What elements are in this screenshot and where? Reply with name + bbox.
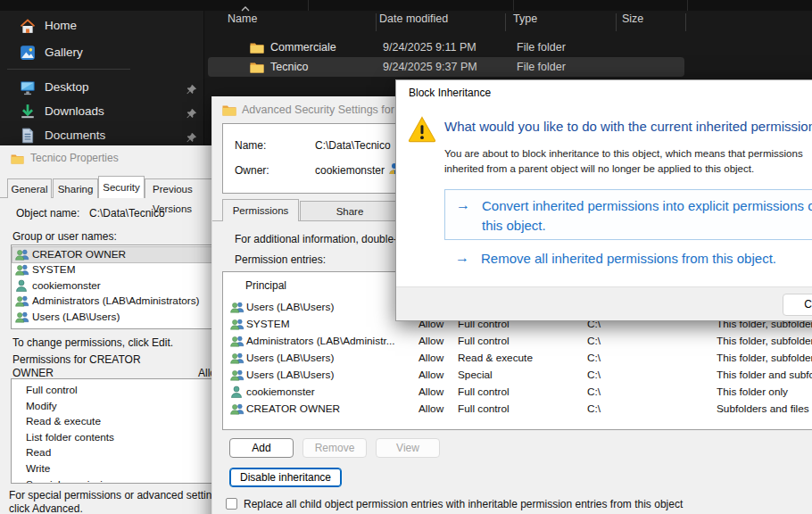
sidebar-item-label: Home — [45, 15, 77, 37]
replace-permissions-checkbox[interactable] — [226, 498, 237, 510]
permission-name: List folder contents — [26, 430, 114, 446]
entry-inherited-from: C:\ — [587, 367, 601, 384]
sidebar-item-documents[interactable]: Documents — [5, 125, 198, 146]
permission-entry-row[interactable]: cookiemonsterAllowFull controlC:\This fo… — [224, 384, 812, 401]
file-name: Tecnico — [270, 57, 308, 77]
entry-principal: SYSTEM — [246, 316, 290, 333]
permission-list-item[interactable]: Modify — [12, 399, 212, 415]
entry-permission: Special — [458, 367, 493, 384]
tab-share[interactable]: Share — [300, 201, 400, 220]
top-strip-divider — [687, 0, 688, 11]
column-header-name[interactable]: Name — [228, 12, 257, 25]
permission-list-item[interactable]: Write — [12, 461, 212, 477]
group-list-item[interactable]: cookiemonster — [12, 278, 212, 294]
entry-principal: Administrators (LAB\Administr... — [246, 333, 395, 350]
tab-previous-versions[interactable]: Previous Versions — [145, 178, 212, 198]
sidebar-item-desktop[interactable]: Desktop — [5, 77, 198, 98]
pin-icon — [186, 132, 197, 144]
documents-icon — [20, 128, 36, 144]
column-header-type[interactable]: Type — [513, 12, 537, 25]
block-dialog-heading: What would you like to do with the curre… — [444, 119, 812, 134]
name-label: Name: — [235, 139, 266, 152]
top-strip-divider — [513, 0, 514, 11]
sidebar-item-label: Documents — [45, 125, 105, 146]
permission-list-item[interactable]: Special permissions — [12, 477, 212, 484]
allow-column-header: Allow — [198, 367, 212, 379]
column-divider[interactable] — [505, 13, 506, 31]
entry-permission: Full control — [458, 333, 510, 350]
block-dialog-body-line1: You are about to block inheritance to th… — [444, 148, 803, 159]
folder-icon — [222, 104, 236, 115]
pin-icon — [186, 84, 197, 95]
entry-applies-to: This folder only — [717, 384, 788, 401]
principal-name: SYSTEM — [32, 262, 76, 278]
column-divider[interactable] — [685, 13, 686, 31]
group-icon — [15, 311, 29, 323]
file-row-tecnico[interactable]: Tecnico9/24/2025 9:37 PMFile folder — [208, 57, 684, 77]
tab-general[interactable]: General — [7, 178, 52, 198]
properties-dialog-title: Tecnico Properties — [30, 152, 119, 164]
permission-entry-row[interactable]: CREATOR OWNERAllowFull controlC:\Subfold… — [224, 401, 812, 418]
home-icon — [20, 18, 36, 34]
column-header-date-modified[interactable]: Date modified — [379, 12, 448, 25]
entry-access: Allow — [418, 384, 443, 401]
column-divider[interactable] — [376, 13, 377, 31]
permission-list-item[interactable]: List folder contents — [12, 430, 212, 446]
view-button[interactable]: View — [376, 438, 440, 458]
convert-permissions-option[interactable]: → Convert inherited permissions into exp… — [444, 189, 812, 240]
file-row-commerciale[interactable]: Commerciale9/24/2025 9:11 PMFile folder — [208, 37, 684, 57]
user-icon — [230, 386, 243, 398]
cancel-button[interactable]: Cancel — [783, 294, 812, 316]
sidebar-item-label: Downloads — [45, 101, 104, 122]
advanced-hint-line2: click Advanced. — [9, 502, 83, 514]
sidebar-item-downloads[interactable]: Downloads — [5, 101, 198, 122]
owner-value: cookiemonster — [315, 164, 385, 177]
principal-column-header[interactable]: Principal — [245, 279, 286, 292]
permission-name: Read & execute — [26, 414, 101, 430]
sidebar-item-gallery[interactable]: Gallery — [5, 42, 198, 63]
entry-inherited-from: C:\ — [587, 350, 601, 367]
group-icon — [15, 248, 29, 261]
entry-principal: Users (LAB\Users) — [246, 350, 334, 367]
column-divider[interactable] — [616, 13, 617, 31]
permission-list-item[interactable]: Full control — [12, 383, 212, 399]
desktop-icon — [20, 79, 36, 95]
sort-ascending-icon — [241, 5, 250, 12]
permission-entry-row[interactable]: Users (LAB\Users)AllowSpecialC:\This fol… — [224, 367, 812, 384]
sidebar-item-home[interactable]: Home — [5, 15, 198, 37]
permission-entry-row[interactable]: Administrators (LAB\Administr...AllowFul… — [224, 333, 812, 350]
entry-applies-to: This folder, subfolders and files — [717, 350, 812, 367]
entry-permission: Full control — [458, 384, 510, 401]
permission-name: Write — [26, 461, 50, 477]
permission-name: Read — [26, 445, 51, 461]
group-list-item[interactable]: Users (LAB\Users) — [12, 310, 212, 325]
file-type: File folder — [517, 57, 566, 77]
permission-entry-row[interactable]: Users (LAB\Users)AllowRead & executeC:\T… — [224, 350, 812, 367]
group-icon — [15, 263, 29, 276]
downloads-icon — [20, 104, 36, 120]
permissions-list[interactable]: Full controlModifyRead & executeList fol… — [11, 378, 212, 484]
tab-permissions[interactable]: Permissions — [222, 199, 299, 221]
group-list-item[interactable]: SYSTEM — [12, 262, 212, 278]
group-list-item[interactable]: CREATOR OWNER — [12, 247, 212, 262]
object-name-value: C:\Data\Tecnico — [89, 207, 165, 220]
tab-sharing[interactable]: Sharing — [53, 178, 98, 198]
tab-security[interactable]: Security — [98, 176, 145, 198]
principal-name: cookiemonster — [32, 278, 101, 294]
permission-list-item[interactable]: Read — [12, 445, 212, 461]
group-user-list[interactable]: CREATOR OWNERSYSTEMcookiemonsterAdminist… — [11, 245, 212, 329]
remove-permissions-option[interactable]: → Remove all inherited permissions from … — [444, 250, 812, 273]
column-header-size[interactable]: Size — [622, 12, 643, 25]
remove-button[interactable]: Remove — [302, 438, 367, 458]
object-name-label: Object name: — [16, 207, 79, 220]
replace-permissions-checkbox-label[interactable]: Replace all child object permission entr… — [244, 498, 683, 510]
disable-inheritance-button[interactable]: Disable inheritance — [229, 468, 342, 487]
permissions-for-label-line2: OWNER — [12, 367, 54, 379]
permission-list-item[interactable]: Read & execute — [12, 414, 212, 430]
file-date-modified: 9/24/2025 9:11 PM — [383, 37, 476, 57]
group-list-item[interactable]: Administrators (LAB\Administrators) — [12, 294, 212, 309]
sidebar-separator — [7, 69, 130, 70]
permission-name: Modify — [26, 399, 57, 415]
add-button[interactable]: Add — [229, 438, 294, 458]
block-inheritance-dialog: Block Inheritance What would you like to… — [395, 79, 812, 321]
